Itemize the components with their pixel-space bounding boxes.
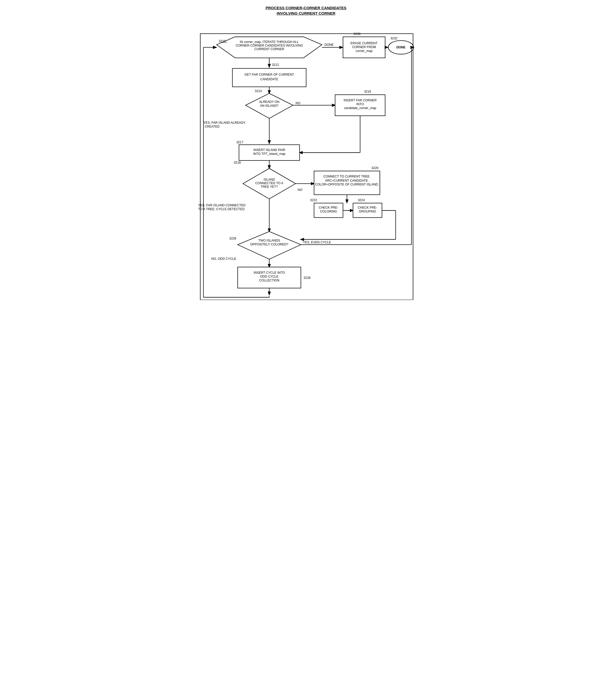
ref-3226: 3226 [229,237,236,240]
node-3224-label2: GROUPING [359,210,376,213]
node-3218-label3: TREE YET? [261,185,278,189]
no-label-3218: NO [297,188,302,192]
ref-3218: 3218 [234,161,240,165]
done-label-3210: DONE [324,43,333,46]
node-3218-label1: ISLAND [263,178,275,181]
node-3216-label1: INSERT FAR CORNER [344,99,376,102]
flowchart-svg: IN corner_map, ITERATE THROUGH ALL CORNE… [190,24,422,300]
node-3230-label3: corner_map [356,49,373,53]
node-3222-label2: COLORING [320,210,337,213]
node-3210-label3: CURRENT CORNER [254,47,284,51]
node-3226-label1: TWO ISLANDS [258,239,280,242]
node-3216-label3: candidate_corner_map [344,106,376,110]
node-3220-label3: COLOR=OPPOSITE OF CURRENT ISLAND. [315,183,379,186]
ref-3214: 3214 [255,89,262,93]
yes-label-3218: YES, FAR ISLAND CONNECTED [198,203,245,207]
node-3210-label2: CORNER-CORNER CANDIDATES INVOLVING [236,44,303,47]
yes-label-3214: YES, FAR ISLAND ALREADY [204,121,245,125]
node-3228-label3: COLLECTION [259,278,279,282]
ref-3210: 3210 [219,39,225,43]
ref-3222: 3222 [310,198,317,202]
ref-3224: 3224 [358,198,365,202]
node-3220-label2: ARC=CURRENT CANDIDATE. [325,179,369,182]
node-3214-label1: ALREADY ON [259,100,279,104]
no-label-3214: NO [295,101,300,105]
diagram-container: PROCESS CORNER-CORNER CANDIDATES INVOLVI… [190,5,422,301]
no-odd-cycle-label: NO, ODD CYCLE [211,257,236,261]
node-3226-label2: OPPOSITELY COLORED? [250,243,288,246]
diagram-title: PROCESS CORNER-CORNER CANDIDATES INVOLVI… [190,5,422,16]
ref-3230: 3230 [353,32,360,36]
node-3220-label1: CONNECT TO CURRENT TREE. [323,175,371,178]
node-3212-label1: GET FAR CORNER OF CURRENT [244,73,294,76]
ref-3232: 3232 [390,37,397,40]
node-3217-label1: INSERT ISLAND PAIR [253,148,285,152]
node-3224-label1: CHECK PRE- [358,206,377,210]
node-3218-label2: CONNECTED TO A [255,181,283,185]
ref-3217: 3217 [236,141,243,144]
node-3214-label2: AN ISLAND? [260,104,279,108]
node-3212-label2: CANDIDATE [260,77,278,81]
yes-even-cycle-label: YES, EVEN CYCLE [303,241,331,244]
node-3230-label1: ERASE CURRENT [350,41,377,45]
ref-3220: 3220 [371,166,378,170]
yes-label-3214b: CREATED [205,125,220,128]
ref-3216: 3216 [364,90,371,94]
node-3222-label1: CHECK PRE- [319,206,338,210]
node-3228-label1: INSERT CYCLE INTO [254,271,285,274]
node-3228-label2: ODD CYCLE [260,275,279,278]
node-3217-label2: INTO TPT_island_map [253,152,285,156]
node-3216-label2: INTO [356,102,364,106]
title-line1: PROCESS CORNER-CORNER CANDIDATES [190,5,422,11]
ref-3212: 3212 [272,63,279,67]
title-line2: INVOLVING CURRENT CORNER [190,11,422,16]
node-3232-label: DONE [396,45,405,49]
yes-label-3218b: TO A TREE; CYCLE DETECTED [198,208,244,211]
node-3210-label: IN corner_map, ITERATE THROUGH ALL [240,40,299,44]
ref-3228: 3228 [303,276,310,280]
node-3230-label2: CORNER FROM [352,45,376,49]
